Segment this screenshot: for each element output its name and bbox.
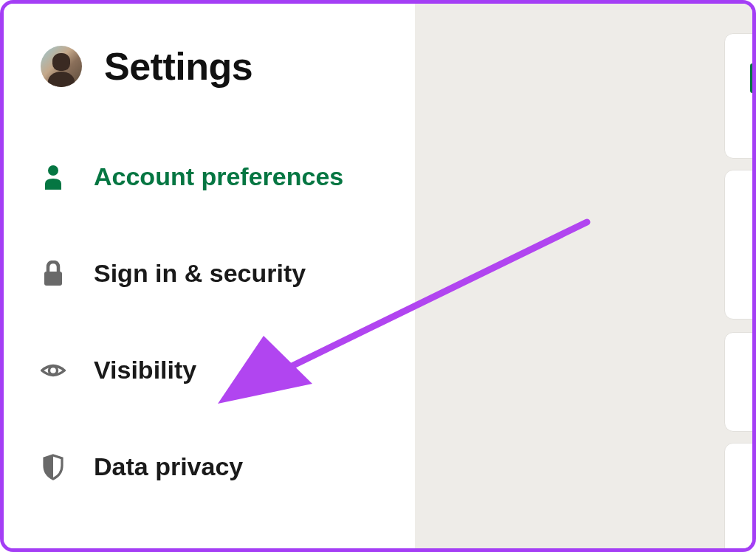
content-card [724, 332, 756, 432]
nav-item-visibility[interactable]: Visibility [41, 356, 385, 384]
avatar[interactable] [41, 46, 82, 87]
settings-sidebar: Settings Account preferences [4, 4, 415, 548]
content-area [415, 4, 752, 548]
nav-item-signin-security[interactable]: Sign in & security [41, 259, 385, 288]
lock-icon [41, 261, 66, 286]
nav-label-signin: Sign in & security [94, 259, 306, 288]
content-card [724, 33, 756, 159]
nav-label-visibility: Visibility [94, 356, 196, 384]
content-card [724, 170, 756, 320]
nav-item-data-privacy[interactable]: Data privacy [41, 452, 385, 481]
svg-rect-1 [44, 272, 62, 286]
content-card [724, 443, 756, 552]
user-icon [41, 165, 66, 190]
nav-label-account: Account preferences [94, 162, 343, 191]
svg-point-0 [48, 165, 58, 176]
eye-icon [41, 358, 66, 383]
nav-item-account-preferences[interactable]: Account preferences [41, 162, 385, 191]
nav-label-privacy: Data privacy [94, 452, 243, 481]
svg-point-2 [49, 366, 57, 374]
app-frame: Settings Account preferences [0, 0, 756, 552]
settings-nav: Account preferences Sign in & security [41, 162, 385, 481]
settings-header: Settings [41, 44, 385, 89]
page-title: Settings [104, 44, 252, 89]
shield-icon [41, 455, 66, 480]
